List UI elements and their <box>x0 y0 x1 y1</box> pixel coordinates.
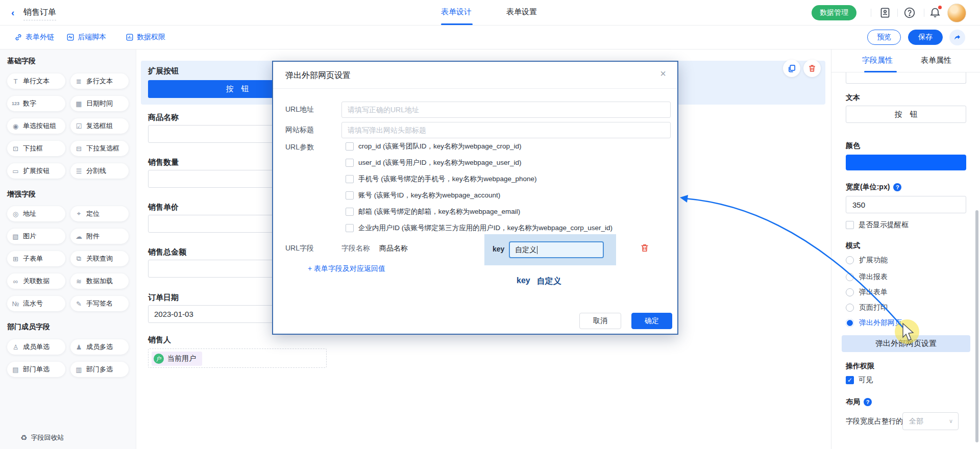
salesperson-member-box[interactable]: 户 当前用户 <box>148 348 327 368</box>
phone-checkbox[interactable] <box>346 175 354 183</box>
section-title-member: 部门成员字段 <box>7 322 50 332</box>
form-title[interactable]: 销售订单 <box>23 7 56 20</box>
site-title-input[interactable] <box>341 122 671 138</box>
section-title-enhanced: 增强字段 <box>7 190 36 199</box>
palette-item-dropdown[interactable]: ⊡下拉框 <box>7 141 65 156</box>
external-link-menu[interactable]: 表单外链 <box>14 33 54 42</box>
palette-item-extend-button[interactable]: ▭扩展按钮 <box>7 163 65 179</box>
layout-width-dropdown[interactable]: 全部 ∨ <box>902 412 959 430</box>
palette-item-subform[interactable]: ⊞子表单 <box>7 251 65 266</box>
dropdown-multi-icon: ⊟ <box>75 145 83 153</box>
tab-form-properties[interactable]: 表单属性 <box>921 56 951 65</box>
color-section-label: 颜色 <box>846 141 860 151</box>
signature-icon: ✎ <box>75 300 83 308</box>
form-toolbar: 表单外链 后端脚本 数据权限 预览 保存 <box>0 26 980 49</box>
palette-item-single-text[interactable]: T单行文本 <box>7 73 65 89</box>
palette-item-linked-data[interactable]: ∞关联数据 <box>7 273 65 289</box>
email-checkbox[interactable] <box>346 208 354 216</box>
mode-option-popup-webpage[interactable]: 弹出外部网页 <box>846 318 902 328</box>
delete-key-row-button[interactable] <box>640 243 650 253</box>
confirm-button[interactable]: 确定 <box>631 313 672 329</box>
back-icon[interactable]: ‹ <box>11 7 14 18</box>
notification-bell-icon[interactable] <box>929 7 941 19</box>
popup-webpage-settings-button[interactable]: 弹出外部网页设置 <box>842 335 970 352</box>
palette-item-multi-text[interactable]: ≣多行文本 <box>70 73 129 89</box>
palette-item-member-multi[interactable]: ♟成员多选 <box>70 339 129 355</box>
dept-single-icon: ▤ <box>12 366 19 373</box>
palette-item-checkbox-group[interactable]: ☑复选框组 <box>70 118 129 134</box>
palette-item-dept-single[interactable]: ▤部门单选 <box>7 362 65 377</box>
button-text-input[interactable] <box>846 106 966 123</box>
mode-option-page-print[interactable]: 页面打印 <box>846 303 888 313</box>
current-user-chip[interactable]: 户 当前用户 <box>152 352 202 366</box>
palette-item-signature[interactable]: ✎手写签名 <box>70 296 129 311</box>
palette-item-location[interactable]: ⌖定位 <box>70 206 129 221</box>
checkbox-icon: ☑ <box>75 122 83 130</box>
field-recycle-bin[interactable]: ♻ 字段回收站 <box>20 433 64 442</box>
contacts-icon[interactable] <box>879 7 891 19</box>
palette-item-data-load[interactable]: ≋数据加载 <box>70 273 129 289</box>
button-icon: ▭ <box>12 167 19 175</box>
chevron-down-icon: ∨ <box>949 418 953 425</box>
palette-item-divider[interactable]: ☰分割线 <box>70 163 129 179</box>
user-chip-icon: 户 <box>154 354 164 364</box>
data-manage-button[interactable]: 数据管理 <box>812 5 856 20</box>
close-icon[interactable]: × <box>660 68 666 80</box>
width-input[interactable] <box>846 196 966 213</box>
palette-item-member-single[interactable]: ♙成员单选 <box>7 339 65 355</box>
save-button[interactable]: 保存 <box>908 30 943 45</box>
field-label-order-date: 订单日期 <box>148 293 179 302</box>
backend-script-menu[interactable]: 后端脚本 <box>66 33 106 42</box>
basic-field-grid: T单行文本 ≣多行文本 123数字 ▦日期时间 ◉单选按钮组 ☑复选框组 ⊡下拉… <box>7 73 130 179</box>
palette-item-datetime[interactable]: ▦日期时间 <box>70 96 129 111</box>
palette-item-attachment[interactable]: ☁附件 <box>70 229 129 244</box>
palette-item-image[interactable]: ▧图片 <box>7 229 65 244</box>
share-button[interactable] <box>949 30 965 45</box>
copy-field-button[interactable] <box>783 60 800 77</box>
clipped-input-stub[interactable] <box>846 72 966 84</box>
palette-item-address[interactable]: ◎地址 <box>7 206 65 221</box>
divider <box>897 9 898 17</box>
palette-item-dropdown-multi[interactable]: ⊟下拉复选框 <box>70 141 129 156</box>
account-checkbox[interactable] <box>346 191 354 199</box>
visible-checkbox[interactable]: ✓ <box>846 376 854 384</box>
cancel-button[interactable]: 取消 <box>579 313 621 329</box>
mode-option-popup-form[interactable]: 弹出表单 <box>846 287 888 297</box>
share-arrow-icon <box>953 33 962 42</box>
help-icon[interactable] <box>903 7 916 19</box>
tab-form-settings[interactable]: 表单设置 <box>506 7 537 17</box>
data-permission-menu[interactable]: 数据权限 <box>126 33 165 42</box>
add-form-field-link[interactable]: + 表单字段及对应返回值 <box>308 264 385 273</box>
key-editor-block: key 自定义 <box>484 234 616 265</box>
url-input[interactable] <box>341 102 671 118</box>
panel-scrollbar[interactable] <box>975 210 978 442</box>
palette-item-number[interactable]: 123数字 <box>7 96 65 111</box>
palette-item-dept-multi[interactable]: ▥部门多选 <box>70 362 129 377</box>
preview-button[interactable]: 预览 <box>867 30 901 45</box>
user-avatar[interactable] <box>947 4 966 22</box>
user-id-checkbox[interactable] <box>346 159 354 167</box>
width-help-icon[interactable]: ? <box>893 183 901 191</box>
color-swatch[interactable] <box>846 155 966 170</box>
drag-ghost-key-row: key 自定义 <box>517 276 561 287</box>
field-label-extend-button: 扩展按钮 <box>148 66 179 76</box>
divider-icon: ☰ <box>75 167 83 175</box>
text-section-label: 文本 <box>846 93 860 103</box>
layout-help-icon[interactable]: ? <box>864 398 872 406</box>
delete-field-button[interactable] <box>803 60 821 77</box>
palette-item-linked-query[interactable]: ⧉关联查询 <box>70 251 129 266</box>
crop-id-checkbox[interactable] <box>346 142 354 151</box>
url-fields-label: URL字段 <box>285 244 314 253</box>
external-link-label: 表单外链 <box>26 33 54 42</box>
tab-form-design[interactable]: 表单设计 <box>441 7 472 17</box>
reminder-checkbox[interactable] <box>846 221 854 229</box>
enhanced-field-grid: ◎地址 ⌖定位 ▧图片 ☁附件 ⊞子表单 ⧉关联查询 ∞关联数据 ≋数据加载 №… <box>7 206 130 311</box>
palette-item-radio-group[interactable]: ◉单选按钮组 <box>7 118 65 134</box>
key-value-input[interactable]: 自定义 <box>509 241 604 258</box>
radio-icon: ◉ <box>12 122 19 130</box>
mode-option-extend[interactable]: 扩展功能 <box>846 255 888 265</box>
corp-user-id-checkbox[interactable] <box>346 224 354 232</box>
mode-option-popup-report[interactable]: 弹出报表 <box>846 272 888 282</box>
palette-item-serial-number[interactable]: №流水号 <box>7 296 65 311</box>
tab-field-properties[interactable]: 字段属性 <box>862 56 893 65</box>
